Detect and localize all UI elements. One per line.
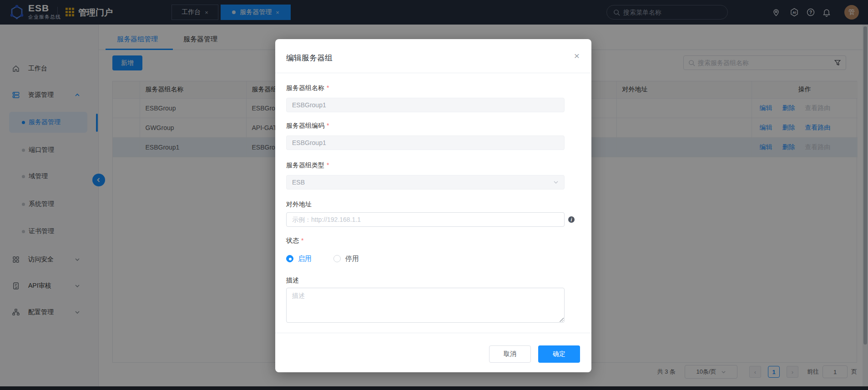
field-label-desc: 描述 [286, 276, 299, 285]
edit-server-group-modal: 编辑服务器组 × 服务器组名称* 服务器组编码* 服务器组类型* ESB 对外地… [275, 39, 591, 372]
group-code-input [286, 135, 565, 150]
close-icon[interactable]: × [574, 51, 580, 60]
radio-disabled-label[interactable]: 停用 [345, 255, 359, 263]
modal-header-divider [275, 73, 591, 73]
radio-enabled[interactable] [286, 255, 293, 262]
radio-enabled-label[interactable]: 启用 [298, 255, 312, 263]
svg-text:i: i [571, 217, 572, 222]
group-type-select[interactable]: ESB [286, 175, 565, 190]
radio-disabled[interactable] [333, 255, 341, 262]
external-address-input[interactable] [286, 212, 565, 227]
modal-title: 编辑服务器组 [286, 53, 333, 63]
required-asterisk: * [301, 237, 303, 244]
required-asterisk: * [327, 84, 329, 91]
field-label-code: 服务器组编码* [286, 122, 329, 130]
field-label-status: 状态* [286, 237, 303, 245]
confirm-button[interactable]: 确定 [538, 345, 580, 363]
cancel-button[interactable]: 取消 [489, 345, 531, 363]
required-asterisk: * [327, 161, 329, 169]
group-name-input [286, 98, 565, 112]
window-bottom-edge [0, 386, 868, 390]
description-textarea[interactable] [286, 288, 565, 323]
required-asterisk: * [327, 122, 329, 129]
screen: ESB 企业服务总线 管理门户 工作台 × 服务器管理 × [0, 0, 868, 390]
field-label-name: 服务器组名称* [286, 84, 329, 92]
modal-footer-divider [275, 333, 591, 333]
info-icon[interactable]: i [568, 216, 575, 223]
group-type-value: ESB [292, 179, 305, 186]
status-radio-group: 启用 停用 [286, 254, 359, 263]
field-label-address: 对外地址 [286, 200, 312, 209]
field-label-type: 服务器组类型* [286, 161, 329, 170]
chevron-down-icon [553, 180, 559, 185]
